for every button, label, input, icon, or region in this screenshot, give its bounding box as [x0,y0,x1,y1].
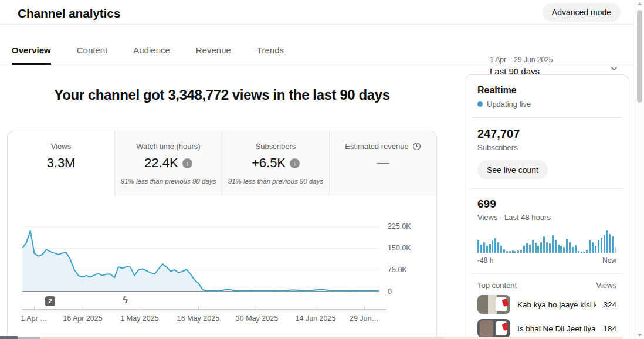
realtime-bar [558,245,560,253]
realtime-views-count: 699 [477,198,616,211]
tab-audience[interactable]: Audience [133,45,170,65]
x-tick-label: 16 Apr 2025 [63,314,102,323]
x-tick-label: 29 Jun… [350,314,379,323]
metric-label: Subscribers [222,142,329,151]
metric-card-estimated-revenue[interactable]: Estimated revenue— [329,131,436,196]
realtime-bar [601,238,602,253]
top-content-header-row: Top content Views [477,281,616,290]
realtime-bar [543,236,545,253]
realtime-bar [586,250,588,253]
divider [472,188,622,189]
subscribers-label: Subscribers [477,143,616,152]
down-arrow-circle-icon: ↓ [182,158,192,168]
see-live-count-button[interactable]: See live count [477,160,548,179]
realtime-bar [520,250,522,253]
realtime-bar [492,240,493,253]
range-end-label: Now [602,256,616,265]
realtime-bar [560,246,562,253]
x-axis-tick [83,307,83,309]
video-thumbnail [477,319,510,338]
x-tick-label: 14 Jun 2025 [296,314,336,323]
views-headline: Your channel got 3,348,772 views in the … [0,87,444,103]
realtime-bar [581,252,582,253]
tab-revenue[interactable]: Revenue [196,45,231,65]
scroll-down-arrow-icon[interactable] [638,334,642,337]
live-dot-icon [477,101,483,107]
x-axis-tick [316,307,316,309]
metric-card-watch-time-hours[interactable]: Watch time (hours)22.4K↓91% less than pr… [114,131,222,196]
realtime-bar [578,251,579,253]
realtime-bar [606,230,608,253]
realtime-bar [483,242,485,253]
top-content-header: Top content [477,281,517,290]
cutoff-content-strip [18,337,40,339]
advanced-mode-button[interactable]: Advanced mode [543,3,621,22]
views-line-chart[interactable] [22,219,379,292]
realtime-bar [549,243,551,253]
subscribers-count: 247,707 [477,127,616,141]
realtime-bar [529,245,531,253]
realtime-bar [589,240,591,253]
x-axis-line [22,309,386,310]
scroll-up-arrow-icon[interactable] [638,2,642,5]
realtime-bar [509,251,511,253]
realtime-bar [497,242,499,253]
realtime-status: Updating live [477,100,616,109]
y-tick-label: 225.0K [388,222,411,230]
realtime-bar [500,246,502,253]
tab-bar: OverviewContentAudienceRevenueTrends 1 A… [0,25,644,65]
video-title: Kab kya ho jaaye kisi k… [517,300,596,309]
realtime-bar [592,242,594,253]
tab-overview[interactable]: Overview [12,45,51,65]
metric-value: 22.4K↓ [115,155,222,171]
realtime-bar [494,238,496,253]
last-48h-bar-chart[interactable] [477,229,616,253]
realtime-bar [486,246,488,253]
divider [472,273,622,274]
realtime-bar [537,246,539,253]
realtime-bar [480,245,482,253]
top-content-row[interactable]: Kab kya ho jaaye kisi k…324 [477,295,616,314]
realtime-bar [583,252,585,253]
metric-label: Views [8,142,114,151]
realtime-title: Realtime [477,85,616,96]
cutoff-content-strip [0,336,18,339]
top-content-row[interactable]: Is bhai Ne Dil Jeet liya …184 [477,319,616,338]
cutoff-content-strip [445,337,623,339]
metric-card-views[interactable]: Views3.3M [8,131,114,196]
realtime-bar [566,239,568,253]
y-tick-label: 75.0K [388,266,407,274]
date-range-picker[interactable]: 1 Apr – 29 Jun 2025 Last 90 days [490,56,553,76]
scrollbar-thumb[interactable] [637,10,642,103]
top-bar: Channel analytics Advanced mode [0,0,644,25]
metric-value: 3.3M [8,155,114,171]
chart-event-badge[interactable]: 2 [45,296,55,306]
vertical-scrollbar[interactable] [635,0,644,339]
y-tick-label: 0 [388,287,392,296]
realtime-bar [563,247,565,253]
analytics-tabs: OverviewContentAudienceRevenueTrends [12,45,310,65]
tab-trends[interactable]: Trends [257,45,284,65]
realtime-status-label: Updating live [487,100,531,109]
metric-comparison-text: 91% less than previous 90 days [222,178,329,185]
x-axis-tick [364,307,365,309]
tab-content[interactable]: Content [77,45,108,65]
divider [472,117,622,118]
realtime-bar [477,240,479,253]
video-views: 324 [603,300,616,309]
metric-label: Estimated revenue [330,142,436,151]
realtime-bar [503,249,505,253]
range-start-label: -48 h [477,256,493,265]
date-range-text: 1 Apr – 29 Jun 2025 [490,56,553,64]
realtime-bar [517,250,519,253]
realtime-bar [489,244,491,253]
metric-card-subscribers[interactable]: Subscribers+6.5K↓91% less than previous … [222,131,329,196]
shorts-icon[interactable]: ϟ [123,294,128,306]
metric-label: Watch time (hours) [115,142,222,151]
metric-value: — [330,155,436,171]
realtime-bar [506,251,508,253]
realtime-bar [569,242,571,253]
realtime-bar [552,235,554,253]
realtime-bar [526,243,528,253]
channel-analytics-page: Channel analytics Advanced mode Overview… [0,0,644,339]
